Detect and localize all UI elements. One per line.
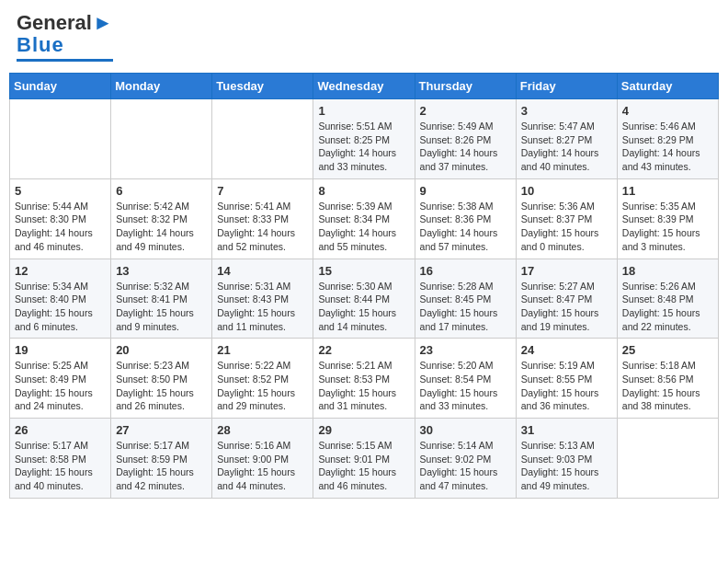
day-number: 30 [420, 423, 511, 437]
calendar-cell: 7Sunrise: 5:41 AMSunset: 8:33 PMDaylight… [212, 178, 313, 259]
day-sun-info: Sunrise: 5:23 AMSunset: 8:50 PMDaylight:… [116, 359, 207, 413]
day-number: 15 [318, 264, 409, 278]
calendar-cell: 16Sunrise: 5:28 AMSunset: 8:45 PMDayligh… [415, 259, 516, 339]
calendar-cell: 19Sunrise: 5:25 AMSunset: 8:49 PMDayligh… [10, 339, 111, 419]
weekday-header-thursday: Thursday [415, 74, 516, 99]
day-number: 20 [116, 343, 207, 357]
calendar-cell: 25Sunrise: 5:18 AMSunset: 8:56 PMDayligh… [617, 339, 718, 419]
calendar-cell: 27Sunrise: 5:17 AMSunset: 8:59 PMDayligh… [111, 419, 212, 499]
calendar-cell: 29Sunrise: 5:15 AMSunset: 9:01 PMDayligh… [313, 419, 415, 499]
weekday-header-sunday: Sunday [10, 74, 111, 99]
weekday-header-wednesday: Wednesday [313, 74, 415, 99]
calendar-week-row: 1Sunrise: 5:51 AMSunset: 8:25 PMDaylight… [10, 99, 719, 179]
calendar-cell [111, 99, 212, 179]
logo: General► Blue [17, 13, 113, 62]
calendar-cell: 28Sunrise: 5:16 AMSunset: 9:00 PMDayligh… [212, 419, 313, 499]
calendar-cell: 17Sunrise: 5:27 AMSunset: 8:47 PMDayligh… [516, 259, 617, 339]
day-sun-info: Sunrise: 5:49 AMSunset: 8:26 PMDaylight:… [420, 120, 511, 174]
day-number: 24 [521, 343, 612, 357]
day-number: 9 [420, 184, 511, 198]
calendar-cell: 26Sunrise: 5:17 AMSunset: 8:58 PMDayligh… [10, 419, 111, 499]
day-number: 11 [622, 184, 713, 198]
day-sun-info: Sunrise: 5:17 AMSunset: 8:59 PMDaylight:… [116, 439, 207, 493]
day-sun-info: Sunrise: 5:42 AMSunset: 8:32 PMDaylight:… [116, 200, 207, 254]
day-number: 7 [217, 184, 308, 198]
day-number: 6 [116, 184, 207, 198]
day-sun-info: Sunrise: 5:47 AMSunset: 8:27 PMDaylight:… [521, 120, 612, 174]
day-number: 27 [116, 423, 207, 437]
logo-underline [17, 59, 113, 62]
calendar-cell: 13Sunrise: 5:32 AMSunset: 8:41 PMDayligh… [111, 259, 212, 339]
day-sun-info: Sunrise: 5:16 AMSunset: 9:00 PMDaylight:… [217, 439, 308, 493]
weekday-header-friday: Friday [516, 74, 617, 99]
weekday-header-saturday: Saturday [617, 74, 718, 99]
day-sun-info: Sunrise: 5:22 AMSunset: 8:52 PMDaylight:… [217, 359, 308, 413]
day-number: 28 [217, 423, 308, 437]
day-number: 19 [15, 343, 106, 357]
calendar-week-row: 19Sunrise: 5:25 AMSunset: 8:49 PMDayligh… [10, 339, 719, 419]
day-number: 3 [521, 104, 612, 118]
day-sun-info: Sunrise: 5:51 AMSunset: 8:25 PMDaylight:… [318, 120, 409, 174]
day-sun-info: Sunrise: 5:15 AMSunset: 9:01 PMDaylight:… [318, 439, 409, 493]
calendar-cell [617, 419, 718, 499]
calendar-cell: 11Sunrise: 5:35 AMSunset: 8:39 PMDayligh… [617, 178, 718, 259]
day-sun-info: Sunrise: 5:30 AMSunset: 8:44 PMDaylight:… [318, 280, 409, 334]
calendar-week-row: 5Sunrise: 5:44 AMSunset: 8:30 PMDaylight… [10, 178, 719, 259]
calendar-header-row: SundayMondayTuesdayWednesdayThursdayFrid… [10, 74, 719, 99]
calendar-cell: 2Sunrise: 5:49 AMSunset: 8:26 PMDaylight… [415, 99, 516, 179]
calendar-cell [212, 99, 313, 179]
calendar-cell: 5Sunrise: 5:44 AMSunset: 8:30 PMDaylight… [10, 178, 111, 259]
day-sun-info: Sunrise: 5:26 AMSunset: 8:48 PMDaylight:… [622, 280, 713, 334]
day-number: 26 [15, 423, 106, 437]
calendar-cell: 9Sunrise: 5:38 AMSunset: 8:36 PMDaylight… [415, 178, 516, 259]
day-number: 31 [521, 423, 612, 437]
day-sun-info: Sunrise: 5:20 AMSunset: 8:54 PMDaylight:… [420, 359, 511, 413]
calendar-cell: 20Sunrise: 5:23 AMSunset: 8:50 PMDayligh… [111, 339, 212, 419]
day-number: 18 [622, 264, 713, 278]
day-sun-info: Sunrise: 5:13 AMSunset: 9:03 PMDaylight:… [521, 439, 612, 493]
calendar-week-row: 26Sunrise: 5:17 AMSunset: 8:58 PMDayligh… [10, 419, 719, 499]
day-number: 12 [15, 264, 106, 278]
calendar-cell: 14Sunrise: 5:31 AMSunset: 8:43 PMDayligh… [212, 259, 313, 339]
day-sun-info: Sunrise: 5:34 AMSunset: 8:40 PMDaylight:… [15, 280, 106, 334]
day-number: 25 [622, 343, 713, 357]
day-number: 5 [15, 184, 106, 198]
day-number: 13 [116, 264, 207, 278]
day-number: 1 [318, 104, 409, 118]
calendar-cell: 31Sunrise: 5:13 AMSunset: 9:03 PMDayligh… [516, 419, 617, 499]
calendar-cell: 12Sunrise: 5:34 AMSunset: 8:40 PMDayligh… [10, 259, 111, 339]
day-sun-info: Sunrise: 5:21 AMSunset: 8:53 PMDaylight:… [318, 359, 409, 413]
day-number: 8 [318, 184, 409, 198]
day-sun-info: Sunrise: 5:14 AMSunset: 9:02 PMDaylight:… [420, 439, 511, 493]
page-header: General► Blue [9, 9, 719, 65]
day-number: 14 [217, 264, 308, 278]
calendar-cell: 22Sunrise: 5:21 AMSunset: 8:53 PMDayligh… [313, 339, 415, 419]
calendar-cell: 21Sunrise: 5:22 AMSunset: 8:52 PMDayligh… [212, 339, 313, 419]
weekday-header-monday: Monday [111, 74, 212, 99]
calendar-week-row: 12Sunrise: 5:34 AMSunset: 8:40 PMDayligh… [10, 259, 719, 339]
calendar-cell: 18Sunrise: 5:26 AMSunset: 8:48 PMDayligh… [617, 259, 718, 339]
calendar-cell: 4Sunrise: 5:46 AMSunset: 8:29 PMDaylight… [617, 99, 718, 179]
day-sun-info: Sunrise: 5:46 AMSunset: 8:29 PMDaylight:… [622, 120, 713, 174]
calendar-cell: 10Sunrise: 5:36 AMSunset: 8:37 PMDayligh… [516, 178, 617, 259]
day-sun-info: Sunrise: 5:39 AMSunset: 8:34 PMDaylight:… [318, 200, 409, 254]
calendar-cell [10, 99, 111, 179]
day-sun-info: Sunrise: 5:44 AMSunset: 8:30 PMDaylight:… [15, 200, 106, 254]
day-sun-info: Sunrise: 5:38 AMSunset: 8:36 PMDaylight:… [420, 200, 511, 254]
day-number: 17 [521, 264, 612, 278]
calendar-cell: 3Sunrise: 5:47 AMSunset: 8:27 PMDaylight… [516, 99, 617, 179]
day-number: 22 [318, 343, 409, 357]
day-sun-info: Sunrise: 5:18 AMSunset: 8:56 PMDaylight:… [622, 359, 713, 413]
day-sun-info: Sunrise: 5:35 AMSunset: 8:39 PMDaylight:… [622, 200, 713, 254]
logo-text: General► [17, 13, 113, 33]
day-sun-info: Sunrise: 5:19 AMSunset: 8:55 PMDaylight:… [521, 359, 612, 413]
calendar-cell: 6Sunrise: 5:42 AMSunset: 8:32 PMDaylight… [111, 178, 212, 259]
calendar-table: SundayMondayTuesdayWednesdayThursdayFrid… [9, 73, 719, 499]
day-number: 2 [420, 104, 511, 118]
day-number: 29 [318, 423, 409, 437]
day-number: 10 [521, 184, 612, 198]
day-sun-info: Sunrise: 5:41 AMSunset: 8:33 PMDaylight:… [217, 200, 308, 254]
day-sun-info: Sunrise: 5:36 AMSunset: 8:37 PMDaylight:… [521, 200, 612, 254]
day-number: 4 [622, 104, 713, 118]
calendar-cell: 1Sunrise: 5:51 AMSunset: 8:25 PMDaylight… [313, 99, 415, 179]
